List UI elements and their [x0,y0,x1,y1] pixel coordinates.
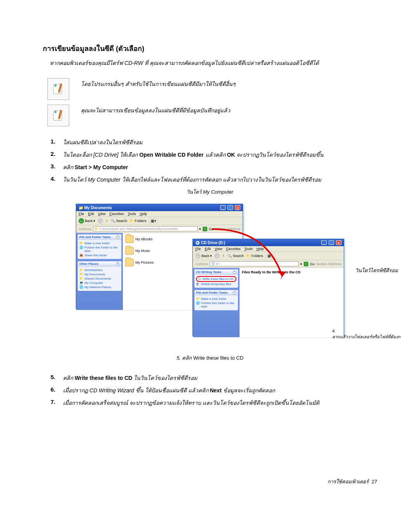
address-dropdown[interactable]: ▾ [199,227,201,231]
write-files-to-cd[interactable]: 💿Write these files to CD [196,276,236,282]
step-7: 7. เมื่อการคัดลอกเสร็จสมบูรณ์ จะปรากฏข้อ… [51,399,377,407]
step-num: 7. [51,399,63,407]
title-bar: 📁 My Documents _ □ × [76,204,243,211]
address-dropdown[interactable]: ▾ [300,262,302,266]
fig2-caption: วินโดว์ไดรฟ์ซีดีรอม [348,266,398,275]
task-item[interactable]: 🌐My Network Places [79,285,120,289]
steps-list-1: 1. ใส่แผ่นซีดีเปล่าลงในไดรฟ์ซีดีรอม 2. ใ… [51,138,377,184]
chevron-icon[interactable]: ⌃ [233,291,236,295]
menu-edit[interactable]: Edit [205,247,211,251]
task-item[interactable]: 🌐Publish this folder to the Web [79,245,120,253]
step-1: 1. ใส่แผ่นซีดีเปล่าลงในไดรฟ์ซีดีรอม [51,138,377,147]
forward-button[interactable]: → [214,253,220,259]
step-3: 3. คลิก Start > My Computer [51,163,377,171]
svg-point-3 [54,84,56,86]
folder-icon: 📁 My Documents [79,206,112,210]
task-item[interactable]: 🌐Publish this folder to the Web [196,301,236,309]
maximize-button[interactable]: □ [228,205,233,210]
menu-view[interactable]: View [215,247,222,251]
go-label: Go [310,262,315,266]
go-button[interactable]: → [304,262,308,266]
task-header[interactable]: File and Folder Tasks⌃ [78,234,121,240]
chevron-icon[interactable]: ⌃ [233,270,236,274]
step-num: 2. [51,150,63,159]
task-item[interactable]: 💻My Computer [79,281,120,285]
folders-button[interactable]: 📁 Folders [130,219,147,223]
views-button[interactable]: ▦▾ [149,219,158,223]
address-bar: Address 💿 D:\ ▾ →Go Norton AntiVirus [193,260,344,268]
menu-bar[interactable]: File Edit View Favorites Tools Help [76,211,243,217]
page-footer: การใช้คอมพิวเตอร์ 27 [327,478,377,486]
views-button[interactable]: ▦▾ [266,254,275,258]
menu-view[interactable]: View [98,212,105,216]
pencil-note-icon [47,105,69,126]
address-label: Address [79,227,91,231]
step-2: 2. ในไดอะล็อก [CD Drive] ให้เลือก Open W… [51,150,377,159]
page-title: การเขียนข้อมูลลงในซีดี (ตัวเลือก) [43,43,377,54]
task-item[interactable]: 📁Make a new folder [196,297,236,301]
menu-file[interactable]: File [79,212,84,216]
svg-point-7 [54,111,56,113]
step-text: ในไดอะล็อก [CD Drive] ให้เลือก Open Writ… [63,150,324,159]
folder-icon [125,235,134,243]
minimize-button[interactable]: _ [321,240,327,245]
title-bar: 💿 CD Drive (D:) _ □ × [193,239,344,246]
forward-button[interactable]: → [98,218,103,224]
content-area[interactable]: Files Ready to Be Written to the CD [240,268,344,337]
maximize-button[interactable]: □ [329,240,334,245]
up-button[interactable]: ⬆ [105,219,108,223]
step-6: 6. เมื่อปรากฏ CD Writing Wizard ขึ้น ให้… [51,386,377,395]
go-label: Go [209,227,214,231]
step-text: คลิก Write these files to CD ในวินโดว์ขอ… [63,374,197,382]
step-num: 3. [51,163,63,171]
intro-text: หากคอมพิวเตอร์ของคุณมีไดร์ฟ CD-RW ที่ คุ… [50,59,377,67]
win-cd-drive: 💿 CD Drive (D:) _ □ × File Edit View Fav… [192,239,344,336]
back-button[interactable]: ← Back ▾ [79,218,95,224]
back-button[interactable]: ← Back ▾ [195,253,212,259]
go-button[interactable]: → [203,227,207,231]
file-folder-tasks: File and Folder Tasks⌃ 📁Make a new folde… [78,234,121,259]
task-item[interactable]: 🗑Delete temporary files [196,282,236,286]
search-button[interactable]: 🔍 Search [111,219,127,223]
menu-tools[interactable]: Tools [244,247,252,251]
chevron-icon[interactable]: ⌃ [116,235,120,239]
address-input[interactable]: 💿 D:\ [210,261,299,266]
task-header[interactable]: File and Folder Tasks⌃ [194,290,238,296]
up-button[interactable]: ⬆ [222,254,225,258]
task-item[interactable]: 📁My Documents [79,272,120,276]
search-button[interactable]: 🔍 Search [228,254,244,258]
close-button[interactable]: × [336,240,341,245]
menu-bar[interactable]: File Edit View Favorites Tools Help [193,246,344,252]
file-folder-tasks: File and Folder Tasks⌃ 📁Make a new folde… [194,290,238,310]
toolbar: ← Back ▾ → ⬆ 🔍 Search 📁 Folders ▦▾ [76,217,243,225]
task-item[interactable]: 📤Share this folder [79,253,120,257]
side-panel: CD Writing Tasks⌃ 💿Write these files to … [193,268,240,337]
close-button[interactable]: × [235,205,240,210]
minimize-button[interactable]: _ [220,205,226,210]
task-item[interactable]: 📁Administrator [79,268,120,272]
menu-file[interactable]: File [195,247,201,251]
address-input[interactable]: 📁 C:\Documents and Settings\Administrato… [93,226,198,231]
step-num: 1. [51,138,63,147]
cd-icon: 💿 CD Drive (D:) [195,241,225,245]
menu-tools[interactable]: Tools [128,212,136,216]
step-text: ใส่แผ่นซีดีเปล่าลงในไดรฟ์ซีดีรอม [63,138,142,147]
files-ready-header: Files Ready to Be Written to the CD [242,270,341,274]
window-body: CD Writing Tasks⌃ 💿Write these files to … [193,268,344,337]
menu-help[interactable]: Help [140,212,147,216]
norton-label: Norton AntiVirus [215,227,240,231]
chevron-icon[interactable]: ⌃ [116,262,120,266]
task-header[interactable]: Other Places⌃ [78,261,121,267]
task-item[interactable]: 📁Make a new folder [79,241,120,245]
menu-edit[interactable]: Edit [88,212,94,216]
menu-help[interactable]: Help [256,247,264,251]
folders-button[interactable]: 📁 Folders [246,254,263,258]
task-header[interactable]: CD Writing Tasks⌃ [194,269,238,275]
menu-favorites[interactable]: Favorites [226,247,240,251]
step-num: 5. [51,374,63,382]
menu-favorites[interactable]: Favorites [109,212,124,216]
step-text: ในวินโดว์ My Computer ให้เลือกไฟล์และโฟล… [63,175,321,184]
task-item[interactable]: 📁Shared Documents [79,276,120,281]
step-text: คลิก Start > My Computer [63,163,128,171]
steps-list-2: 5. คลิก Write these files to CD ในวินโดว… [51,374,377,407]
